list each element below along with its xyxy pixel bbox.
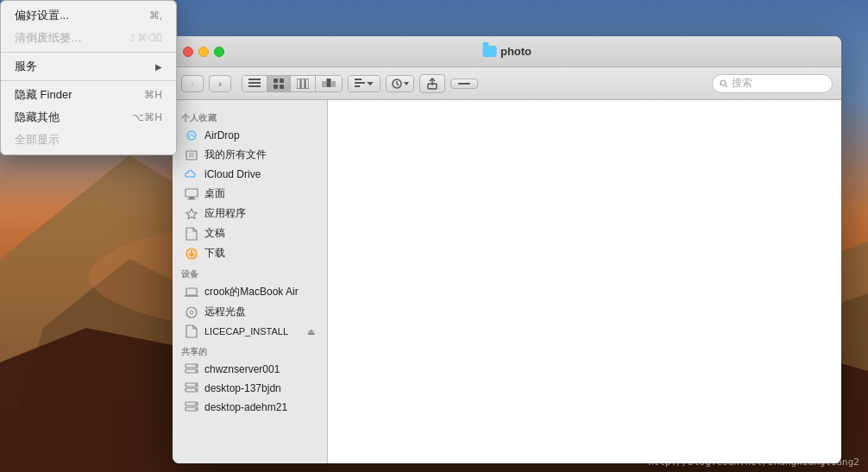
- menu-item-preferences[interactable]: 偏好设置... ⌘,: [1, 4, 176, 27]
- optical-icon: [185, 305, 198, 319]
- devices-section-label: 设备: [173, 263, 327, 282]
- hide-finder-label: 隐藏 Finder: [15, 87, 72, 103]
- forward-button[interactable]: ›: [209, 75, 231, 92]
- action-button[interactable]: [386, 75, 414, 92]
- share-button[interactable]: [419, 74, 445, 93]
- sidebar-item-icloud[interactable]: iCloud Drive: [176, 165, 324, 184]
- personal-section-label: 个人收藏: [173, 107, 327, 126]
- airdrop-label: AirDrop: [204, 129, 240, 142]
- menu-item-show-all[interactable]: 全部显示: [1, 129, 176, 151]
- sidebar-item-server2[interactable]: desktop-137bjdn: [176, 379, 324, 398]
- svg-rect-17: [355, 79, 362, 80]
- sidebar-item-macbook[interactable]: crook的MacBook Air: [176, 282, 324, 302]
- eject-icon[interactable]: ⏏: [307, 327, 315, 337]
- finder-title: photo: [482, 45, 531, 58]
- server2-icon: [185, 381, 198, 395]
- services-label: 服务: [15, 59, 37, 74]
- server3-label: desktop-adehm21: [204, 401, 287, 413]
- finder-app-menu: 偏好设置... ⌘, 清倒废纸篓… ⇧⌘⌫ 服务 ▶ 隐藏 Finder ⌘H …: [0, 0, 177, 155]
- tag-button[interactable]: [450, 79, 478, 89]
- menu-item-hide-finder[interactable]: 隐藏 Finder ⌘H: [1, 84, 176, 106]
- icon-view-button[interactable]: [267, 76, 291, 91]
- sidebar-item-desktop[interactable]: 桌面: [176, 184, 324, 204]
- back-button[interactable]: ‹: [181, 75, 204, 92]
- icloud-label: iCloud Drive: [204, 168, 261, 180]
- hide-others-shortcut: ⌥⌘H: [132, 111, 162, 123]
- menu-item-empty-trash[interactable]: 清倒废纸篓… ⇧⌘⌫: [1, 27, 176, 49]
- sort-button[interactable]: [349, 76, 380, 91]
- empty-trash-shortcut: ⇧⌘⌫: [129, 32, 162, 44]
- menu-item-services[interactable]: 服务 ▶: [1, 55, 176, 78]
- sidebar-item-downloads[interactable]: 下载: [176, 243, 324, 263]
- svg-marker-24: [404, 82, 409, 85]
- window-title: photo: [500, 45, 531, 58]
- server2-label: desktop-137bjdn: [204, 382, 281, 394]
- view-options-group: [242, 75, 343, 92]
- menu-item-hide-others[interactable]: 隐藏其他 ⌥⌘H: [1, 106, 176, 129]
- cover-flow-button[interactable]: [316, 76, 342, 91]
- sidebar-item-applications[interactable]: 应用程序: [176, 204, 324, 223]
- svg-point-50: [195, 389, 197, 391]
- svg-rect-30: [186, 151, 197, 160]
- search-box[interactable]: 搜索: [712, 74, 833, 93]
- svg-line-23: [397, 84, 399, 85]
- downloads-icon: [185, 247, 198, 261]
- hide-others-label: 隐藏其他: [15, 110, 60, 125]
- svg-rect-12: [301, 79, 305, 89]
- install-icon: [185, 324, 198, 338]
- svg-point-42: [190, 311, 193, 314]
- services-arrow: ▶: [155, 62, 162, 72]
- search-placeholder: 搜索: [732, 76, 752, 91]
- svg-rect-5: [248, 82, 261, 84]
- watermark: http://blog.csdn.net/zhangxiangliang2: [648, 456, 859, 468]
- finder-window: photo ‹ ›: [173, 36, 841, 463]
- svg-rect-11: [297, 79, 300, 89]
- sidebar-item-all-files[interactable]: 我的所有文件: [176, 145, 324, 165]
- sidebar-item-documents[interactable]: 文稿: [176, 223, 324, 243]
- svg-rect-15: [327, 79, 331, 87]
- search-icon: [720, 79, 728, 88]
- svg-rect-33: [186, 189, 198, 197]
- finder-body: 个人收藏 AirDrop 我的所有文件 iCloud Drive: [173, 100, 841, 463]
- svg-rect-6: [248, 85, 261, 87]
- install-label: LICECAP_INSTALL: [204, 326, 288, 337]
- desktop-label: 桌面: [204, 186, 225, 201]
- finder-toolbar: ‹ ›: [173, 67, 841, 100]
- svg-marker-20: [367, 82, 374, 85]
- optical-label: 远程光盘: [204, 305, 246, 319]
- close-button[interactable]: [183, 47, 193, 57]
- svg-point-29: [187, 131, 196, 140]
- icloud-icon: [185, 167, 198, 181]
- applications-label: 应用程序: [204, 206, 246, 221]
- server1-icon: [185, 362, 198, 376]
- sidebar-item-optical[interactable]: 远程光盘: [176, 302, 324, 322]
- empty-trash-label: 清倒废纸篓…: [15, 30, 82, 46]
- shared-section-label: 共享的: [173, 341, 327, 360]
- sort-group: [348, 75, 381, 92]
- sidebar-item-install[interactable]: LICECAP_INSTALL ⏏: [176, 322, 324, 341]
- airdrop-icon: [185, 129, 198, 142]
- column-view-button[interactable]: [291, 76, 316, 91]
- macbook-label: crook的MacBook Air: [204, 285, 299, 299]
- minimize-button[interactable]: [198, 47, 209, 57]
- svg-point-41: [186, 307, 197, 318]
- svg-rect-26: [458, 83, 470, 85]
- svg-rect-14: [322, 81, 326, 87]
- hide-finder-shortcut: ⌘H: [144, 89, 162, 101]
- sidebar-item-airdrop[interactable]: AirDrop: [176, 126, 324, 145]
- all-files-label: 我的所有文件: [204, 148, 267, 162]
- svg-rect-9: [274, 85, 278, 89]
- maximize-button[interactable]: [214, 47, 224, 57]
- sidebar-item-server3[interactable]: desktop-adehm21: [176, 398, 324, 417]
- documents-label: 文稿: [204, 226, 225, 241]
- svg-point-49: [195, 384, 197, 386]
- all-files-icon: [185, 148, 198, 162]
- list-view-button[interactable]: [242, 76, 267, 91]
- sidebar-item-server1[interactable]: chwznserver001: [176, 360, 324, 379]
- svg-rect-19: [355, 85, 360, 87]
- svg-point-27: [720, 80, 726, 85]
- show-all-label: 全部显示: [15, 132, 60, 148]
- svg-point-54: [195, 408, 197, 410]
- svg-rect-8: [280, 79, 284, 83]
- server1-label: chwznserver001: [204, 363, 280, 375]
